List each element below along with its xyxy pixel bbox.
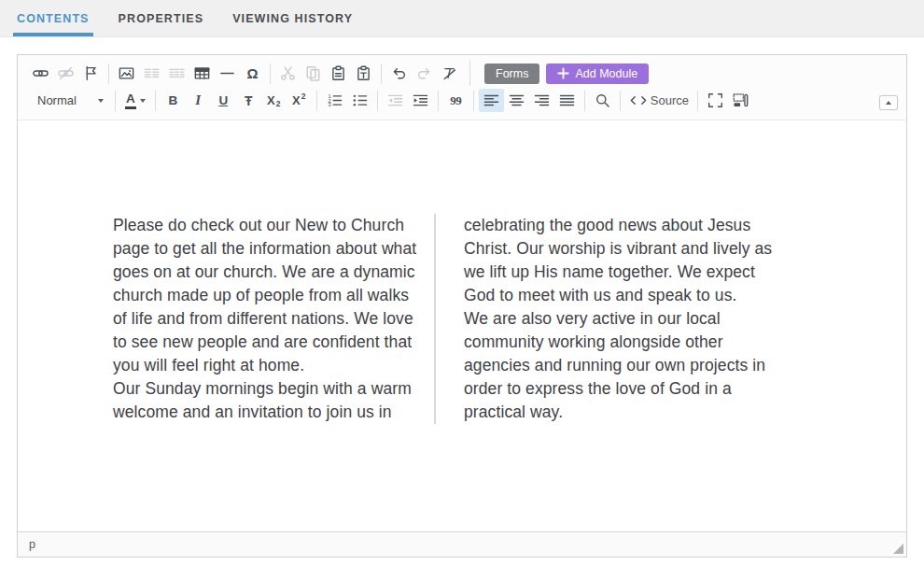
chevron-down-icon [98, 99, 104, 103]
underline-button[interactable]: U [211, 89, 236, 112]
toolbar-separator [469, 61, 470, 86]
text-line: church made up of people from all walks [113, 284, 406, 307]
tab-bar: CONTENTSPROPERTIESVIEWING HISTORY [0, 0, 924, 37]
collapse-toolbar-button[interactable] [879, 95, 898, 110]
align-right-button[interactable] [529, 89, 554, 112]
paste-plain-text-button[interactable] [351, 62, 376, 85]
toolbar-separator [584, 91, 585, 111]
text-line: God to meet with us and speak to us. [464, 284, 772, 307]
numbered-list-button[interactable]: 123 [322, 89, 347, 112]
source-button[interactable]: Source [625, 89, 693, 112]
text-line: Christ. Our worship is vibrant and livel… [464, 237, 772, 261]
toolbar-separator [155, 91, 156, 111]
editor-content-area[interactable]: Please do check out our New to Churchpag… [18, 120, 906, 531]
increase-indent-icon [413, 92, 428, 108]
superscript-icon: X2 [292, 94, 305, 106]
maximize-icon [707, 92, 723, 108]
forms-label: Forms [496, 67, 528, 80]
toolbar-separator [697, 91, 698, 111]
bulleted-list-button[interactable] [347, 89, 372, 112]
align-right-icon [534, 92, 550, 108]
text-line: welcome and an invitation to join us in [113, 401, 406, 424]
svg-text:3: 3 [328, 102, 330, 107]
undo-button[interactable] [386, 62, 412, 85]
text-color-button[interactable]: A [120, 89, 150, 112]
add-module-button[interactable]: Add Module [546, 64, 649, 84]
decrease-indent-icon [387, 92, 403, 108]
strikethrough-button[interactable]: Ŧ [236, 89, 261, 112]
show-blocks-button[interactable] [728, 89, 753, 112]
remove-format-icon [441, 65, 457, 81]
text-line: of life and from different nations. We l… [113, 307, 406, 331]
image-button[interactable] [114, 62, 139, 85]
blockquote-button[interactable]: 99 [443, 89, 469, 112]
toolbar-separator [473, 91, 474, 111]
tab-contents[interactable]: CONTENTS [13, 0, 93, 36]
text-line: Our Sunday mornings begin with a warm [113, 377, 406, 401]
link-button[interactable] [28, 62, 53, 85]
editor-toolbar: ΩFormsAdd Module NormalABIUŦX2X212399Sou… [18, 55, 906, 120]
special-character-button[interactable]: Ω [240, 62, 265, 85]
cut-icon [280, 65, 296, 81]
underline-icon: U [218, 94, 228, 107]
superscript-button[interactable]: X2 [287, 89, 312, 112]
triangle-up-icon [886, 101, 891, 105]
horizontal-rule-button[interactable] [215, 62, 240, 85]
subscript-icon: X2 [267, 94, 280, 106]
toolbar-separator [438, 91, 439, 111]
text-line: community working alongside other [464, 331, 772, 354]
bold-button[interactable]: B [161, 89, 186, 112]
toolbar-separator [270, 64, 271, 84]
text-line: to see new people and are confident that [113, 331, 406, 354]
text-line: agencies and running our own projects in [464, 354, 772, 377]
unlink-icon [58, 65, 74, 81]
source-code-icon [629, 92, 648, 108]
italic-button[interactable]: I [186, 89, 211, 112]
source-label: Source [651, 93, 689, 107]
text-color-icon: A [125, 92, 136, 108]
text-line: order to express the love of God in a [464, 377, 772, 401]
tab-properties[interactable]: PROPERTIES [115, 0, 208, 36]
forms-button[interactable]: Forms [484, 64, 539, 84]
align-left-icon [483, 92, 499, 108]
special-character-icon: Ω [246, 66, 258, 80]
text-line: you will feel right at home. [113, 354, 406, 377]
unlink-button [53, 62, 78, 85]
bold-icon: B [168, 94, 177, 107]
paragraph-format-select[interactable]: Normal [28, 89, 110, 112]
resize-handle[interactable] [893, 544, 903, 554]
text-line: page to get all the information about wh… [113, 237, 406, 261]
align-left-button[interactable] [479, 89, 504, 112]
anchor-button[interactable] [78, 62, 104, 85]
subscript-button[interactable]: X2 [261, 89, 287, 112]
search-button[interactable] [590, 89, 615, 112]
paste-button[interactable] [326, 62, 351, 85]
table-button[interactable] [189, 62, 215, 85]
tab-viewing-history[interactable]: VIEWING HISTORY [229, 0, 357, 36]
toolbar-separator [620, 91, 621, 111]
link-icon [33, 65, 49, 81]
align-justify-icon [559, 92, 575, 108]
align-center-button[interactable] [504, 89, 529, 112]
plus-icon [557, 67, 569, 79]
maximize-button[interactable] [703, 89, 728, 112]
italic-icon: I [195, 93, 201, 107]
text-line: Please do check out our New to Church [113, 214, 406, 237]
text-line: celebrating the good news about Jesus [464, 214, 772, 237]
paste-plain-text-icon [356, 65, 371, 81]
three-column-layout-button [164, 62, 189, 85]
align-center-icon [509, 92, 525, 108]
increase-indent-button[interactable] [408, 89, 433, 112]
remove-format-button[interactable] [437, 62, 462, 85]
three-column-layout-icon [169, 65, 185, 81]
paste-icon [330, 65, 346, 81]
text-line: practical way. [464, 401, 772, 424]
align-justify-button[interactable] [554, 89, 580, 112]
toolbar-separator [377, 91, 378, 111]
add-module-label: Add Module [575, 67, 637, 80]
strikethrough-icon: Ŧ [245, 94, 253, 107]
two-column-layout-button [139, 62, 164, 85]
image-icon [119, 65, 134, 81]
copy-icon [305, 65, 321, 81]
text-line: goes on at our church. We are a dynamic [113, 261, 406, 284]
